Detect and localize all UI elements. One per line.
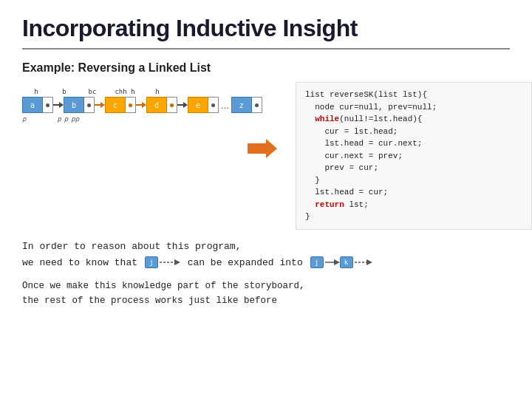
node-c-box: c <box>105 97 126 113</box>
label-b: b <box>50 88 78 95</box>
footer-line-1: Once we make this knowledge part of the … <box>22 279 510 293</box>
inline-node-j-diagram: j <box>145 256 180 268</box>
footer-text: Once we make this knowledge part of the … <box>22 279 510 308</box>
arrow-line-1 <box>53 104 59 106</box>
svg-marker-6 <box>366 259 372 265</box>
body-line-2: we need to know that j can be expanded i… <box>22 255 510 271</box>
node-d-ptr <box>167 97 177 113</box>
title-underline <box>22 48 510 50</box>
node-b: b <box>64 97 95 113</box>
code-line-1: list reverseSK(list lst){ <box>305 89 522 101</box>
code-line-10: return lst; <box>305 199 522 211</box>
keyword-return: return <box>315 200 344 209</box>
code-line-2: node cur=null, prev=null; <box>305 101 522 114</box>
label-p3: p <box>64 115 68 123</box>
node-d: d <box>146 97 177 113</box>
bottom-labels: p p p pp <box>22 115 229 123</box>
body-text: In order to reason about this program, w… <box>22 239 510 271</box>
nodes-row: a b <box>22 97 229 113</box>
node-a-ptr <box>43 97 53 113</box>
node-a: a <box>22 97 53 113</box>
arrow-line-4 <box>177 104 183 106</box>
node-c-ptr <box>126 97 136 113</box>
body-text-inline: we need to know that <box>22 257 137 268</box>
svg-marker-4 <box>334 259 340 265</box>
inline-node-k: k <box>340 256 353 268</box>
arrow-line-2 <box>95 104 100 106</box>
svg-marker-0 <box>248 139 277 158</box>
body-line-1: In order to reason about this program, <box>22 239 510 255</box>
label-chh: chh h <box>106 88 143 95</box>
ellipsis: ... <box>221 100 229 111</box>
transition-arrow <box>248 67 277 230</box>
node-d-box: d <box>146 97 167 113</box>
inline-node-j: j <box>145 256 158 268</box>
svg-marker-2 <box>174 259 180 265</box>
node-z-ptr <box>252 97 262 113</box>
code-line-7: prev = cur; <box>305 162 522 174</box>
list-diagram: h b bc chh h h a <box>22 88 229 123</box>
label-p2: p <box>57 115 61 123</box>
slide-title: Incorporating Inductive Insight <box>22 15 510 42</box>
label-h1: h <box>22 88 50 95</box>
code-line-9: lst.head = cur; <box>305 186 522 199</box>
code-line-3: while(null!=lst.head){ <box>305 113 522 126</box>
right-panel: list reverseSK(list lst){ node cur=null,… <box>296 82 532 230</box>
connector-1 <box>53 102 64 108</box>
footer-line-2: the rest of the process works just like … <box>22 293 510 308</box>
inline-node-j2: j <box>310 256 324 268</box>
node-e-ptr <box>208 97 219 113</box>
code-line-8: } <box>305 174 522 187</box>
code-line-5: lst.head = cur.next; <box>305 137 522 150</box>
keyword-while: while <box>315 115 339 123</box>
connector-2 <box>95 102 105 108</box>
node-e-box: e <box>188 97 208 113</box>
node-a-box: a <box>22 97 43 113</box>
body-text-expanded: can be expanded into <box>188 257 303 268</box>
content-area: h b bc chh h h a <box>22 82 510 230</box>
code-line-11: } <box>305 211 522 223</box>
connector-4 <box>177 102 188 108</box>
arrow-line-3 <box>136 104 142 106</box>
right-arrow-icon <box>248 137 277 160</box>
top-labels: h b bc chh h h <box>22 88 229 95</box>
node-z-box: z <box>231 97 252 113</box>
node-z: z <box>231 97 262 113</box>
label-pp: pp <box>71 115 79 123</box>
left-panel: h b bc chh h h a <box>22 82 229 230</box>
connector-3 <box>136 102 146 108</box>
label-h3: h <box>143 88 171 95</box>
code-line-4: cur = lst.head; <box>305 126 522 138</box>
node-b-box: b <box>64 97 84 113</box>
label-p1: p <box>22 115 26 123</box>
label-bc: bc <box>78 88 106 95</box>
label-spacer <box>29 115 57 123</box>
k-dotted-arrow-icon <box>353 256 372 268</box>
jk-arrow-icon <box>324 256 340 268</box>
inline-jk-diagram: j k <box>310 256 372 268</box>
node-b-ptr <box>84 97 95 113</box>
slide: Incorporating Inductive Insight Example:… <box>0 0 532 399</box>
node-c: c <box>105 97 136 113</box>
dotted-arrow-icon <box>158 256 180 268</box>
code-line-6: cur.next = prev; <box>305 150 522 163</box>
code-block: list reverseSK(list lst){ node cur=null,… <box>296 82 532 230</box>
node-e: e <box>188 97 219 113</box>
